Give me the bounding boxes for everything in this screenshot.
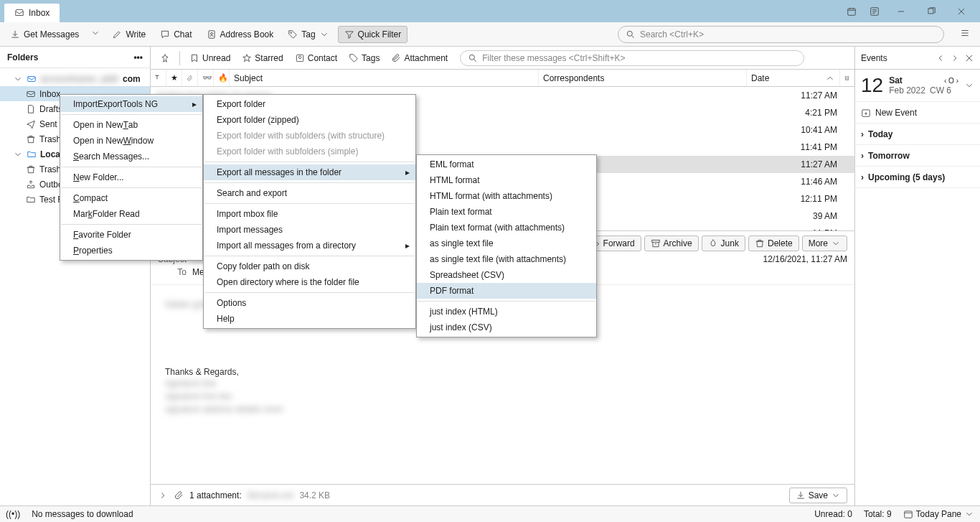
trash-icon	[26, 164, 36, 174]
svg-rect-8	[27, 91, 35, 96]
chevron-right-icon[interactable]	[158, 490, 168, 500]
menu-item[interactable]: Open in New Tab	[60, 117, 202, 133]
menu-item[interactable]: PDF format	[417, 283, 596, 299]
calendar-icon-btn[interactable]	[841, 0, 862, 22]
filter-unread[interactable]: Unread	[184, 50, 235, 66]
menu-item[interactable]: Import all messages from a directory▸	[204, 238, 415, 253]
events-pane: Events 12 Sat ‹ O › Feb 2022 CW 6 New Ev…	[854, 47, 980, 505]
menu-item[interactable]: Export all messages in the folder▸	[204, 164, 415, 180]
filter-contact[interactable]: Contact	[290, 50, 342, 66]
folder-context-menu[interactable]: ImportExportTools NG▸Open in New TabOpen…	[60, 94, 203, 261]
col-correspondents[interactable]: Correspondents	[539, 70, 747, 86]
menu-item[interactable]: Spreadsheet (CSV)	[417, 267, 596, 283]
col-picker[interactable]	[840, 70, 854, 86]
prev-icon[interactable]	[936, 53, 946, 63]
tasks-icon-btn[interactable]	[864, 0, 885, 22]
online-icon[interactable]: ((•))	[6, 509, 20, 519]
menu-item[interactable]: just index (CSV)	[417, 320, 596, 335]
calendar-plus-icon	[861, 108, 871, 118]
menu-item[interactable]: Help	[204, 311, 415, 327]
menu-item[interactable]: Export folder (zipped)	[204, 112, 415, 128]
menu-item[interactable]: EML format	[417, 157, 596, 172]
global-search[interactable]: Search <Ctrl+K>	[618, 26, 944, 43]
menu-item[interactable]: Copy folder path on disk	[204, 258, 415, 274]
menu-item[interactable]: Properties	[60, 243, 202, 258]
maximize-button[interactable]	[917, 0, 946, 22]
menu-item[interactable]: Mark Folder Read	[60, 206, 202, 222]
menu-item[interactable]: Export folder	[204, 96, 415, 112]
menu-item[interactable]: New Folder...	[60, 169, 202, 185]
titlebar: Inbox	[0, 0, 980, 22]
next-icon[interactable]	[950, 53, 960, 63]
chevron-down-icon[interactable]	[964, 80, 974, 90]
save-attachment-button[interactable]: Save	[789, 488, 847, 503]
account-node[interactable]: accountname_addr com	[0, 71, 150, 86]
filter-starred[interactable]: Starred	[237, 50, 288, 66]
chevron-down-icon	[13, 149, 23, 159]
get-messages-dropdown[interactable]	[88, 28, 103, 40]
menu-item[interactable]: Favorite Folder	[60, 227, 202, 243]
address-book-button[interactable]: Address Book	[201, 27, 280, 42]
filter-tags[interactable]: Tags	[344, 50, 385, 66]
get-messages-button[interactable]: Get Messages	[4, 27, 85, 42]
filter-attachment[interactable]: Attachment	[386, 50, 453, 66]
today-pane-toggle[interactable]: Today Pane	[903, 509, 974, 519]
chat-button[interactable]: Chat	[154, 27, 197, 42]
events-header: Events	[861, 53, 931, 63]
total-count: Total: 9	[864, 509, 892, 519]
app-menu-button[interactable]	[954, 25, 976, 43]
folder-pane-options[interactable]: •••	[133, 52, 143, 62]
delete-button[interactable]: Delete	[748, 236, 799, 251]
menu-item[interactable]: Plain text format	[417, 204, 596, 220]
filter-search[interactable]: Filter these messages <Ctrl+Shift+K>	[460, 50, 804, 66]
tab-title: Inbox	[29, 8, 50, 18]
export-format-submenu[interactable]: EML formatHTML formatHTML format (with a…	[416, 154, 597, 337]
col-attach[interactable]	[182, 70, 198, 86]
filter-pin[interactable]	[155, 50, 175, 66]
new-event-button[interactable]: New Event	[855, 102, 980, 123]
svg-rect-13	[651, 240, 659, 242]
menu-item[interactable]: Search and export	[204, 185, 415, 201]
archive-button[interactable]: Archive	[644, 236, 699, 251]
col-star[interactable]: ★	[166, 70, 182, 86]
svg-rect-15	[904, 511, 912, 518]
chevron-down-icon	[831, 490, 841, 500]
menu-item[interactable]: Options	[204, 295, 415, 311]
tab-inbox[interactable]: Inbox	[4, 4, 60, 22]
section-upcoming[interactable]: ›Upcoming (5 days)	[855, 167, 980, 188]
menu-item[interactable]: HTML format (with attachments)	[417, 188, 596, 204]
menu-item[interactable]: Compact	[60, 190, 202, 206]
col-date[interactable]: Date	[747, 70, 840, 86]
close-pane-icon[interactable]	[964, 53, 974, 63]
menu-item[interactable]: Import messages	[204, 222, 415, 238]
importexport-submenu[interactable]: Export folderExport folder (zipped)Expor…	[203, 94, 416, 329]
quick-filter-button[interactable]: Quick Filter	[338, 26, 408, 43]
col-junk[interactable]: 🔥	[214, 70, 230, 86]
paperclip-icon	[174, 490, 184, 500]
menu-item[interactable]: just index (HTML)	[417, 304, 596, 320]
pencil-icon	[112, 29, 122, 39]
menu-item[interactable]: ImportExportTools NG▸	[60, 96, 202, 112]
section-today[interactable]: ›Today	[855, 123, 980, 145]
status-bar: ((•)) No messages to download Unread: 0 …	[0, 505, 980, 522]
col-read[interactable]: 👓	[198, 70, 214, 86]
menu-item[interactable]: Import mbox file	[204, 206, 415, 222]
close-button[interactable]	[947, 0, 976, 22]
menu-item[interactable]: Plain text format (with attachments)	[417, 220, 596, 236]
menu-item[interactable]: as single text file (with attachments)	[417, 251, 596, 267]
menu-item[interactable]: Open directory where is the folder file	[204, 274, 415, 290]
menu-item[interactable]: Open in New Window	[60, 133, 202, 149]
tag-button[interactable]: Tag	[282, 27, 334, 42]
menu-item[interactable]: Search Messages...	[60, 149, 202, 164]
unread-count: Unread: 0	[814, 509, 852, 519]
menu-item[interactable]: as single text file	[417, 236, 596, 251]
file-icon	[26, 104, 36, 114]
junk-button[interactable]: Junk	[702, 236, 745, 251]
minimize-button[interactable]	[887, 0, 915, 22]
menu-item[interactable]: HTML format	[417, 172, 596, 188]
col-subject[interactable]: Subject	[230, 70, 539, 86]
col-thread[interactable]: ⸆	[151, 70, 166, 86]
write-button[interactable]: Write	[106, 27, 151, 42]
section-tomorrow[interactable]: ›Tomorrow	[855, 145, 980, 167]
more-button[interactable]: More	[802, 236, 847, 251]
